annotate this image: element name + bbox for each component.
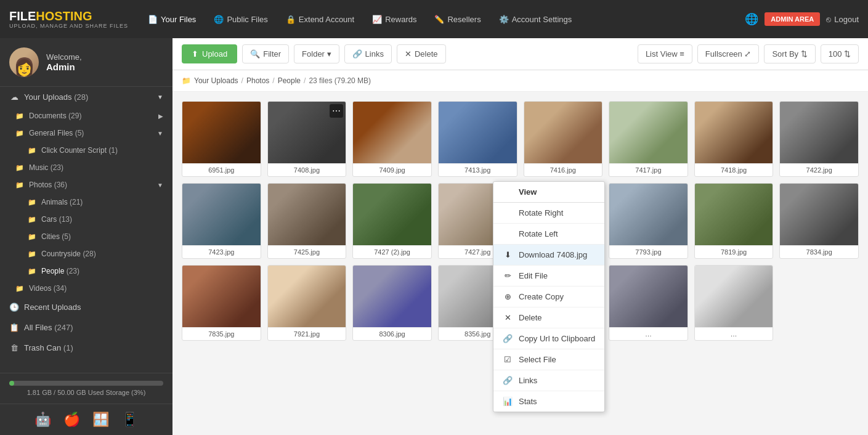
chain-icon: 🔗: [503, 376, 513, 385]
fullscreen-button[interactable]: Fullscreen ⤢: [697, 44, 760, 63]
sidebar-item-videos[interactable]: 📁 Videos (34): [0, 280, 172, 297]
file-item[interactable]: 7418.jpg: [694, 101, 774, 177]
language-icon[interactable]: 🌐: [745, 12, 758, 26]
storage-bar-area: 1.81 GB / 50.00 GB Used Storage (3%): [0, 373, 172, 404]
breadcrumb-photos[interactable]: Photos: [246, 76, 269, 85]
file-item[interactable]: 7793.jpg: [609, 183, 688, 259]
cloud-icon: ☁: [9, 92, 19, 102]
context-menu-copy-url[interactable]: 🔗 Copy Url to Clipboard: [493, 328, 604, 349]
count-button[interactable]: 100 ⇅: [821, 44, 859, 63]
file-item[interactable]: 7423.jpg: [182, 183, 261, 259]
file-item[interactable]: …: [609, 265, 688, 341]
nav-account-settings[interactable]: ⚙️ Account Settings: [492, 10, 580, 29]
folder-icon: 📁: [28, 198, 36, 206]
file-name: 7427 (2).jpg: [353, 245, 431, 258]
file-name: 8306.jpg: [353, 327, 431, 340]
file-item[interactable]: 7417.jpg: [609, 101, 688, 177]
sidebar-item-cars[interactable]: 📁 Cars (13): [0, 211, 172, 228]
folder-breadcrumb-icon: 📁: [182, 76, 191, 85]
breadcrumb-people[interactable]: People: [278, 76, 301, 85]
nav-extend-account[interactable]: 🔒 Extend Account: [278, 10, 362, 29]
filter-button[interactable]: 🔍 Filter: [242, 44, 289, 63]
sidebar-menu: ☁ Your Uploads (28) ▼ 📁 Documents (29) ▶…: [0, 87, 172, 373]
public-icon: 🌐: [214, 15, 224, 24]
folder-icon: 📁: [15, 285, 24, 293]
file-thumbnail: [780, 102, 858, 163]
windows-icon[interactable]: 🪟: [92, 412, 109, 428]
sidebar: 👩 Welcome, Admin ☁ Your Uploads (28) ▼ 📁…: [0, 38, 172, 435]
listview-button[interactable]: List View ≡: [638, 44, 692, 63]
apple-icon[interactable]: 🍎: [63, 412, 80, 428]
context-menu-edit-file[interactable]: ✏ Edit File: [493, 266, 604, 287]
file-item[interactable]: 6951.jpg: [182, 101, 261, 177]
sidebar-item-your-uploads[interactable]: ☁ Your Uploads (28) ▼: [0, 87, 172, 107]
file-thumbnail: [695, 184, 773, 245]
context-menu-rotate-right[interactable]: Rotate Right: [493, 203, 604, 224]
upload-button[interactable]: ⬆ Upload: [182, 44, 237, 63]
storage-bar-fill: [9, 381, 14, 386]
file-item[interactable]: 7819.jpg: [694, 183, 774, 259]
file-item[interactable]: 7425.jpg: [267, 183, 347, 259]
file-thumbnail: [439, 102, 517, 163]
file-item[interactable]: 7408.jpg ⋯: [267, 101, 347, 177]
file-item[interactable]: 8306.jpg: [352, 265, 432, 341]
context-menu-delete[interactable]: ✕ Delete: [493, 307, 604, 328]
file-item[interactable]: …: [694, 265, 774, 341]
file-item[interactable]: 7921.jpg: [267, 265, 347, 341]
sortby-button[interactable]: Sort By ⇅: [764, 44, 815, 63]
sidebar-item-cities[interactable]: 📁 Cities (5): [0, 228, 172, 245]
lock-icon: 🔒: [286, 15, 296, 24]
sidebar-item-countryside[interactable]: 📁 Countryside (28): [0, 245, 172, 262]
sidebar-item-trash-can[interactable]: 🗑 Trash Can (1): [0, 338, 172, 358]
folder-icon: 📁: [15, 164, 24, 172]
folder-button[interactable]: Folder ▾: [294, 44, 339, 63]
context-menu-view[interactable]: View: [493, 182, 604, 203]
context-menu-select-file[interactable]: ☑ Select File: [493, 349, 604, 370]
context-menu-create-copy[interactable]: ⊕ Create Copy: [493, 287, 604, 307]
file-thumbnail: [182, 266, 261, 327]
nav-resellers[interactable]: ✏️ Resellers: [427, 10, 488, 29]
delete-button[interactable]: ✕ Delete: [397, 44, 446, 63]
sidebar-item-music[interactable]: 📁 Music (23): [0, 159, 172, 176]
file-name: 7408.jpg: [268, 163, 346, 176]
file-thumbnail: [609, 266, 688, 327]
logout-button[interactable]: ⎋ Logout: [826, 15, 859, 24]
sidebar-item-all-files[interactable]: 📋 All Files (247): [0, 317, 172, 338]
file-name: 7409.jpg: [353, 163, 431, 176]
links-button[interactable]: 🔗 Links: [344, 44, 392, 63]
android-icon[interactable]: 🤖: [34, 412, 51, 428]
context-menu-links[interactable]: 🔗 Links: [493, 370, 604, 391]
file-item[interactable]: 7835.jpg: [182, 265, 261, 341]
storage-text: 1.81 GB / 50.00 GB Used Storage (3%): [9, 389, 163, 396]
breadcrumb-your-uploads[interactable]: Your Uploads: [194, 76, 238, 85]
sidebar-item-photos[interactable]: 📁 Photos (36) ▼: [0, 176, 172, 193]
sidebar-item-documents[interactable]: 📁 Documents (29) ▶: [0, 107, 172, 124]
chevron-down-icon: ▼: [157, 130, 163, 137]
file-item[interactable]: 7409.jpg: [352, 101, 432, 177]
nav-rewards[interactable]: 📈 Rewards: [365, 10, 424, 29]
file-name: 7834.jpg: [780, 245, 858, 258]
sidebar-item-animals[interactable]: 📁 Animals (21): [0, 193, 172, 211]
file-thumbnail: [268, 184, 346, 245]
admin-area-badge[interactable]: ADMIN AREA: [765, 12, 820, 26]
sidebar-item-recent-uploads[interactable]: 🕒 Recent Uploads: [0, 297, 172, 317]
file-item[interactable]: 7416.jpg: [524, 101, 603, 177]
context-menu-download[interactable]: ⬇ Download 7408.jpg: [493, 245, 604, 266]
trash-icon: 🗑: [9, 343, 19, 352]
context-menu-stats[interactable]: 📊 Stats: [493, 391, 604, 412]
nav-your-files[interactable]: 📄 Your Files: [140, 10, 203, 29]
nav-public-files[interactable]: 🌐 Public Files: [206, 10, 275, 29]
blackberry-icon[interactable]: 📱: [121, 412, 138, 428]
file-item[interactable]: 7413.jpg: [438, 101, 517, 177]
file-item[interactable]: 7422.jpg: [779, 101, 859, 177]
file-menu-button[interactable]: ⋯: [330, 104, 343, 118]
sidebar-item-general-files[interactable]: 📁 General Files (5) ▼: [0, 124, 172, 142]
sidebar-item-people[interactable]: 📁 People (23): [0, 262, 172, 280]
file-item[interactable]: 7427 (2).jpg: [352, 183, 432, 259]
context-menu-rotate-left[interactable]: Rotate Left: [493, 224, 604, 245]
sidebar-item-click-counter[interactable]: 📁 Click Counter Script (1): [0, 142, 172, 159]
file-item[interactable]: 7834.jpg: [779, 183, 859, 259]
delete-icon: ✕: [405, 49, 412, 59]
logo-file: FILE: [9, 9, 36, 23]
logo-subtitle: UPLOAD, MANAGE AND SHARE FILES: [9, 23, 128, 29]
